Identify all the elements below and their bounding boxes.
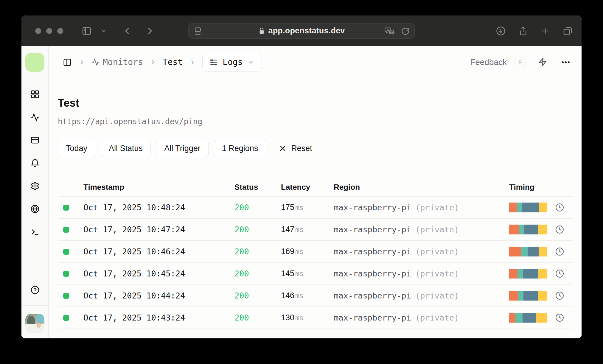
log-region: max-raspberry-pi(private) bbox=[334, 269, 509, 278]
sidebar-item-cli[interactable] bbox=[30, 227, 40, 238]
svg-text:文: 文 bbox=[390, 30, 394, 34]
sidebar-item-monitors[interactable] bbox=[30, 113, 40, 123]
timing-bar[interactable] bbox=[509, 247, 547, 256]
timing-segment-1 bbox=[509, 247, 521, 256]
region-private-note: (private) bbox=[415, 291, 459, 300]
chevron-right-icon bbox=[189, 59, 196, 66]
sidebar-item-regions[interactable] bbox=[30, 204, 40, 215]
log-timestamp: Oct 17, 2025 10:44:24 bbox=[83, 291, 234, 300]
view-selector-logs[interactable]: Logs bbox=[202, 53, 262, 72]
log-status-code: 200 bbox=[234, 225, 281, 234]
minimize-window-button[interactable] bbox=[46, 28, 52, 34]
tab-overview-icon[interactable] bbox=[562, 26, 573, 36]
timing-segment-1 bbox=[509, 225, 519, 234]
log-latency: 147ms bbox=[281, 225, 334, 234]
log-region: max-raspberry-pi(private) bbox=[334, 225, 509, 234]
log-row[interactable]: Oct 17, 2025 10:46:24 200 169ms max-rasp… bbox=[58, 240, 573, 262]
breadcrumb-monitor-name[interactable]: Test bbox=[163, 57, 183, 67]
timing-bar[interactable] bbox=[509, 269, 547, 279]
log-timestamp: Oct 17, 2025 10:46:24 bbox=[83, 247, 234, 256]
column-header-status: Status bbox=[234, 183, 281, 192]
zoom-window-button[interactable] bbox=[57, 28, 63, 34]
reset-filters-button[interactable]: Reset bbox=[279, 144, 312, 153]
log-region: max-raspberry-pi(private) bbox=[334, 247, 509, 256]
workspace-logo[interactable] bbox=[25, 53, 44, 72]
share-icon[interactable] bbox=[518, 26, 528, 36]
tab-group-chevron-icon[interactable] bbox=[100, 28, 107, 34]
sidebar-item-notifications[interactable] bbox=[30, 158, 40, 169]
help-button[interactable] bbox=[30, 285, 40, 296]
log-status-code: 200 bbox=[234, 269, 281, 278]
timing-segment-2 bbox=[517, 269, 523, 279]
sidebar-item-status-pages[interactable] bbox=[30, 136, 40, 146]
zap-icon[interactable] bbox=[538, 57, 548, 67]
timing-details-button[interactable] bbox=[547, 269, 573, 278]
timing-bar[interactable] bbox=[509, 203, 547, 212]
timing-segment-3 bbox=[523, 269, 538, 279]
main-content: Test https://api.openstatus.dev/ping Tod… bbox=[49, 78, 582, 338]
column-header-latency: Latency bbox=[281, 183, 334, 192]
panel-left-toggle-icon[interactable] bbox=[63, 58, 72, 67]
column-header-region: Region bbox=[334, 183, 509, 192]
log-timestamp: Oct 17, 2025 10:45:24 bbox=[83, 269, 234, 278]
timing-details-button[interactable] bbox=[547, 291, 573, 300]
translate-icon[interactable]: A 文 bbox=[385, 26, 395, 36]
panel-top-icon bbox=[30, 136, 40, 145]
breadcrumb-monitors[interactable]: Monitors bbox=[91, 57, 143, 67]
sidebar-item-settings[interactable] bbox=[30, 181, 40, 192]
bell-icon bbox=[30, 158, 40, 168]
timing-segment-2 bbox=[517, 203, 521, 212]
chevron-right-icon bbox=[78, 59, 85, 66]
status-filter-button[interactable]: All Status bbox=[101, 140, 151, 157]
timing-segment-4 bbox=[538, 291, 547, 301]
log-row[interactable]: Oct 17, 2025 10:44:24 200 146ms max-rasp… bbox=[58, 284, 573, 307]
timing-bar[interactable] bbox=[509, 225, 547, 234]
log-row[interactable]: Oct 17, 2025 10:45:24 200 145ms max-rasp… bbox=[58, 262, 573, 284]
log-status-code: 200 bbox=[234, 247, 281, 256]
regions-filter-button[interactable]: 1 Regions bbox=[214, 140, 266, 157]
log-region: max-raspberry-pi(private) bbox=[334, 313, 509, 322]
timing-segment-2 bbox=[519, 225, 524, 234]
timing-details-button[interactable] bbox=[547, 225, 573, 234]
timing-segment-4 bbox=[539, 203, 547, 212]
logs-table: Timestamp Status Latency Region Timing O… bbox=[58, 178, 573, 329]
workspace-logo-cell bbox=[21, 46, 49, 78]
trigger-filter-button[interactable]: All Trigger bbox=[156, 140, 209, 157]
page-settings-icon[interactable] bbox=[193, 27, 202, 35]
more-options-icon[interactable] bbox=[561, 57, 571, 67]
new-tab-icon[interactable] bbox=[540, 26, 550, 36]
timing-bar[interactable] bbox=[509, 313, 547, 323]
log-latency: 130ms bbox=[281, 313, 334, 322]
app-header: Monitors Test Logs bbox=[49, 46, 582, 78]
activity-icon bbox=[30, 113, 40, 122]
timing-segment-1 bbox=[509, 313, 515, 323]
success-indicator bbox=[63, 227, 69, 233]
timing-details-button[interactable] bbox=[547, 203, 573, 212]
breadcrumb: Monitors Test Logs bbox=[63, 53, 262, 72]
date-filter-button[interactable]: Today bbox=[58, 140, 95, 157]
downloads-icon[interactable] bbox=[496, 26, 506, 36]
region-private-note: (private) bbox=[415, 203, 459, 212]
timing-bar[interactable] bbox=[509, 291, 547, 301]
browser-window: app.openstatus.dev A 文 bbox=[21, 15, 582, 338]
back-button[interactable] bbox=[123, 27, 132, 35]
reload-icon[interactable] bbox=[401, 27, 410, 35]
timing-details-button[interactable] bbox=[547, 247, 573, 256]
log-row[interactable]: Oct 17, 2025 10:47:24 200 147ms max-rasp… bbox=[58, 218, 573, 240]
sidebar-item-dashboard[interactable] bbox=[30, 90, 40, 100]
help-circle-icon bbox=[30, 285, 40, 295]
timing-details-button[interactable] bbox=[547, 313, 573, 322]
log-row[interactable]: Oct 17, 2025 10:48:24 200 175ms max-rasp… bbox=[58, 196, 573, 218]
sidebar-divider bbox=[21, 305, 48, 306]
log-row[interactable]: Oct 17, 2025 10:43:24 200 130ms max-rasp… bbox=[58, 307, 573, 329]
region-private-note: (private) bbox=[415, 313, 459, 322]
close-window-button[interactable] bbox=[35, 28, 41, 34]
user-avatar[interactable] bbox=[25, 314, 44, 333]
log-timestamp: Oct 17, 2025 10:43:24 bbox=[83, 313, 234, 322]
browser-sidebar-icon[interactable] bbox=[82, 26, 92, 36]
feedback-button[interactable]: Feedback bbox=[470, 57, 507, 67]
monitor-endpoint: https://api.openstatus.dev/ping bbox=[58, 117, 582, 126]
forward-button[interactable] bbox=[145, 27, 154, 35]
address-bar[interactable]: app.openstatus.dev A 文 bbox=[188, 23, 415, 39]
timing-segment-3 bbox=[523, 291, 538, 301]
